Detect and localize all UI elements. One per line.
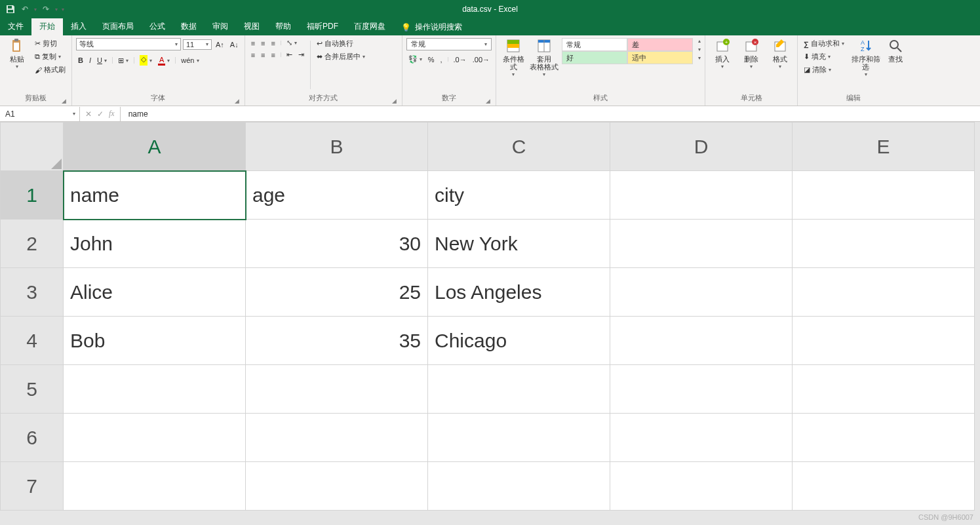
align-right-button[interactable]: ≡ (269, 50, 277, 60)
cell[interactable] (610, 268, 793, 317)
row-header[interactable]: 5 (1, 365, 64, 414)
align-left-button[interactable]: ≡ (249, 50, 257, 60)
cell[interactable] (610, 317, 793, 365)
dialog-launcher-icon[interactable]: ◢ (235, 98, 239, 104)
style-normal[interactable]: 常规 (562, 38, 627, 51)
phonetic-button[interactable]: wén▾ (179, 56, 201, 65)
cell[interactable]: Bob (64, 317, 246, 365)
formula-input[interactable]: name (121, 109, 980, 119)
column-header[interactable]: C (428, 123, 610, 171)
format-as-table-button[interactable]: 套用 表格格式▾ (529, 38, 559, 78)
style-neutral[interactable]: 适中 (627, 51, 693, 64)
comma-format-button[interactable]: , (438, 55, 444, 64)
cell[interactable] (610, 171, 793, 220)
cell[interactable] (610, 365, 793, 414)
cell[interactable]: Chicago (428, 317, 610, 365)
orientation-button[interactable]: ⤡▾ (284, 38, 299, 48)
tell-me-search[interactable]: 💡 操作说明搜索 (393, 19, 470, 35)
tab-home[interactable]: 开始 (31, 18, 63, 35)
tab-file[interactable]: 文件 (0, 18, 31, 35)
align-center-button[interactable]: ≡ (259, 50, 267, 60)
align-top-button[interactable]: ≡ (249, 39, 257, 48)
tab-view[interactable]: 视图 (236, 18, 267, 35)
decrease-font-button[interactable]: A↓ (228, 40, 241, 49)
paste-button[interactable]: 粘贴 ▾ (4, 38, 30, 70)
decrease-indent-button[interactable]: ⇤ (284, 50, 294, 60)
conditional-format-button[interactable]: 条件格式▾ (500, 38, 526, 78)
cell[interactable] (246, 365, 428, 414)
find-select-button[interactable]: 查找 (886, 38, 905, 63)
cell[interactable] (793, 268, 975, 317)
cell[interactable] (793, 414, 975, 462)
tab-insert[interactable]: 插入 (63, 18, 94, 35)
cell[interactable] (428, 365, 610, 414)
column-header[interactable]: B (246, 123, 428, 171)
enter-formula-icon[interactable]: ✓ (97, 109, 104, 119)
dialog-launcher-icon[interactable]: ◢ (486, 98, 490, 104)
cell[interactable] (246, 414, 428, 462)
column-header[interactable]: E (793, 123, 975, 171)
increase-decimal-button[interactable]: .0→ (452, 55, 469, 64)
cell[interactable] (793, 220, 975, 268)
cell[interactable]: city (428, 171, 610, 220)
row-header[interactable]: 4 (1, 317, 64, 365)
row-header[interactable]: 7 (1, 462, 64, 511)
row-header[interactable]: 6 (1, 414, 64, 462)
insert-cells-button[interactable]: +插入▾ (709, 38, 735, 70)
cell[interactable] (793, 171, 975, 220)
cell[interactable] (428, 462, 610, 511)
format-painter-button[interactable]: 🖌格式刷 (33, 64, 68, 75)
cell[interactable]: name (64, 171, 246, 220)
redo-icon[interactable]: ↷ (41, 5, 51, 14)
cell[interactable] (793, 462, 975, 511)
underline-button[interactable]: U▾ (95, 56, 109, 65)
styles-scroll-down[interactable]: ▾ (698, 47, 701, 52)
increase-font-button[interactable]: A↑ (214, 40, 226, 49)
cell[interactable]: age (246, 171, 428, 220)
dialog-launcher-icon[interactable]: ◢ (62, 98, 66, 104)
name-box[interactable]: A1▾ (1, 107, 80, 121)
cancel-formula-icon[interactable]: ✕ (85, 109, 92, 119)
row-header[interactable]: 1 (1, 171, 64, 220)
copy-button[interactable]: ⧉复制▾ (33, 51, 68, 62)
undo-menu-chevron[interactable]: ▾ (34, 7, 37, 12)
tab-review[interactable]: 审阅 (205, 18, 236, 35)
cell[interactable] (428, 414, 610, 462)
cell[interactable]: 30 (246, 220, 428, 268)
increase-indent-button[interactable]: ⇥ (296, 50, 306, 60)
style-bad[interactable]: 差 (627, 38, 693, 51)
tab-help[interactable]: 帮助 (267, 18, 299, 35)
row-header[interactable]: 2 (1, 220, 64, 268)
column-header[interactable]: D (610, 123, 793, 171)
save-icon[interactable] (5, 4, 16, 14)
redo-menu-chevron[interactable]: ▾ (55, 7, 58, 12)
cell[interactable] (64, 462, 246, 511)
cell[interactable] (610, 220, 793, 268)
fill-color-button[interactable]: ◇▾ (138, 54, 154, 66)
cell[interactable]: 25 (246, 268, 428, 317)
italic-button[interactable]: I (87, 56, 93, 65)
wrap-text-button[interactable]: ↩自动换行 (315, 38, 367, 49)
tab-foxit-pdf[interactable]: 福昕PDF (299, 18, 346, 35)
row-header[interactable]: 3 (1, 268, 64, 317)
accounting-format-button[interactable]: 💱▾ (406, 54, 424, 64)
format-cells-button[interactable]: 格式▾ (767, 38, 793, 70)
styles-gallery-more[interactable]: ▾ (698, 55, 701, 61)
cell[interactable]: New York (428, 220, 610, 268)
delete-cells-button[interactable]: ×删除▾ (738, 38, 764, 70)
styles-scroll-up[interactable]: ▴ (698, 38, 701, 44)
cell[interactable]: Alice (64, 268, 246, 317)
percent-format-button[interactable]: % (426, 55, 437, 64)
align-middle-button[interactable]: ≡ (259, 39, 267, 48)
cell[interactable] (64, 414, 246, 462)
column-header[interactable]: A (64, 123, 246, 171)
insert-function-icon[interactable]: fx (109, 109, 115, 119)
border-button[interactable]: ⊞▾ (116, 56, 130, 66)
tab-baidu-disk[interactable]: 百度网盘 (346, 18, 393, 35)
select-all-corner[interactable] (1, 123, 64, 171)
cut-button[interactable]: ✂剪切 (33, 38, 68, 49)
undo-icon[interactable]: ↶ (20, 5, 30, 14)
tab-formulas[interactable]: 公式 (142, 18, 173, 35)
cell[interactable] (246, 462, 428, 511)
cell[interactable]: Los Angeles (428, 268, 610, 317)
